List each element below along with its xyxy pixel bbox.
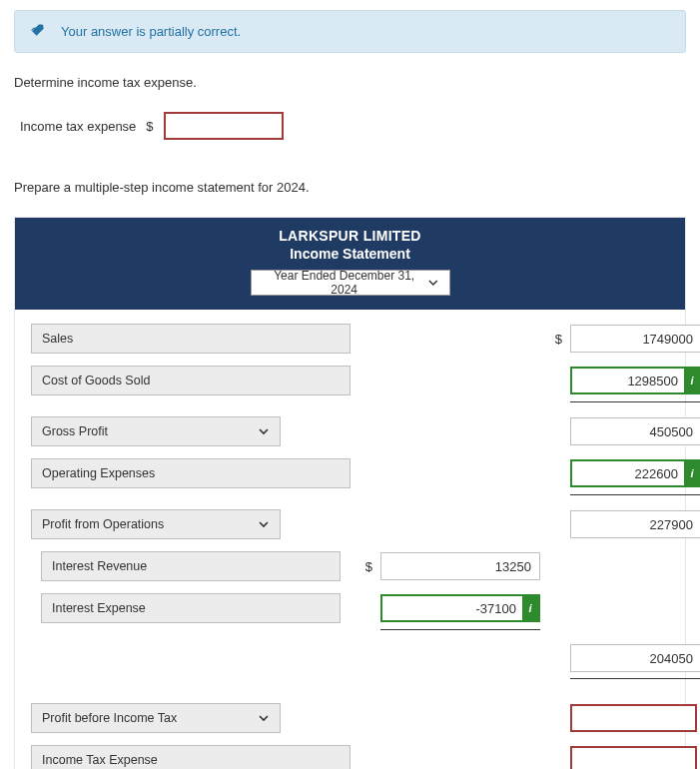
tax-expense-label[interactable]: Income Tax Expense bbox=[31, 745, 350, 769]
tax-expense-value[interactable] bbox=[570, 746, 697, 769]
row-ops-profit: Profit from Operations bbox=[31, 509, 669, 539]
prompt-determine: Determine income tax expense. bbox=[14, 75, 686, 90]
income-tax-expense-input[interactable] bbox=[164, 112, 284, 140]
income-tax-expense-label: Income tax expense bbox=[20, 119, 136, 134]
opex-value[interactable] bbox=[570, 459, 700, 487]
statement-header: LARKSPUR LIMITED Income Statement Year E… bbox=[15, 218, 685, 310]
row-interest-expense: Interest Expense i bbox=[31, 593, 669, 623]
row-pbt: Profit before Income Tax bbox=[31, 703, 669, 733]
pencil-icon bbox=[31, 23, 49, 40]
cogs-label[interactable]: Cost of Goods Sold bbox=[31, 366, 350, 395]
ops-profit-value[interactable] bbox=[570, 510, 700, 538]
prompt-prepare: Prepare a multiple-step income statement… bbox=[14, 180, 686, 195]
info-icon[interactable]: i bbox=[522, 596, 538, 620]
dollar-sign: $ bbox=[358, 559, 372, 574]
cogs-value[interactable] bbox=[570, 367, 700, 394]
subtotal-other-value[interactable] bbox=[570, 644, 700, 672]
ops-profit-label: Profit from Operations bbox=[42, 517, 164, 531]
dollar-sign: $ bbox=[548, 332, 562, 347]
gross-profit-select[interactable]: Gross Profit bbox=[31, 416, 281, 446]
interest-expense-label[interactable]: Interest Expense bbox=[41, 593, 341, 623]
period-select[interactable]: Year Ended December 31, 2024 bbox=[251, 270, 450, 296]
chevron-down-icon bbox=[258, 518, 270, 530]
pbt-value[interactable] bbox=[570, 704, 697, 732]
pbt-select[interactable]: Profit before Income Tax bbox=[31, 703, 281, 733]
info-icon[interactable]: i bbox=[684, 369, 700, 392]
opex-label[interactable]: Operating Expenses bbox=[31, 458, 350, 488]
row-sales: Sales $ bbox=[31, 324, 669, 354]
sales-label[interactable]: Sales bbox=[31, 324, 350, 354]
ops-profit-select[interactable]: Profit from Operations bbox=[31, 509, 281, 539]
info-icon[interactable]: i bbox=[684, 461, 700, 485]
period-label: Year Ended December 31, 2024 bbox=[262, 269, 427, 297]
row-opex: Operating Expenses i bbox=[31, 458, 669, 488]
interest-expense-value[interactable] bbox=[380, 594, 540, 622]
row-cogs: Cost of Goods Sold i bbox=[31, 366, 669, 395]
income-tax-expense-row: Income tax expense $ bbox=[20, 112, 686, 140]
company-name: LARKSPUR LIMITED bbox=[15, 228, 685, 244]
chevron-down-icon bbox=[258, 712, 270, 724]
interest-revenue-label[interactable]: Interest Revenue bbox=[41, 551, 341, 581]
gross-profit-value[interactable] bbox=[570, 417, 700, 445]
chevron-down-icon bbox=[427, 277, 439, 289]
row-interest-revenue: Interest Revenue $ bbox=[31, 551, 669, 581]
pbt-label: Profit before Income Tax bbox=[42, 711, 177, 725]
statement-title: Income Statement bbox=[15, 246, 685, 262]
feedback-banner: Your answer is partially correct. bbox=[14, 10, 686, 53]
row-tax-expense: Income Tax Expense bbox=[31, 745, 669, 769]
chevron-down-icon bbox=[258, 425, 270, 437]
sales-value[interactable] bbox=[570, 325, 700, 353]
row-gross-profit: Gross Profit bbox=[31, 416, 669, 446]
interest-revenue-value[interactable] bbox=[380, 552, 540, 580]
feedback-text: Your answer is partially correct. bbox=[61, 24, 241, 39]
dollar-sign: $ bbox=[146, 119, 153, 134]
income-statement: LARKSPUR LIMITED Income Statement Year E… bbox=[14, 217, 686, 769]
gross-profit-label: Gross Profit bbox=[42, 424, 108, 438]
row-subtotal-other bbox=[31, 644, 669, 672]
